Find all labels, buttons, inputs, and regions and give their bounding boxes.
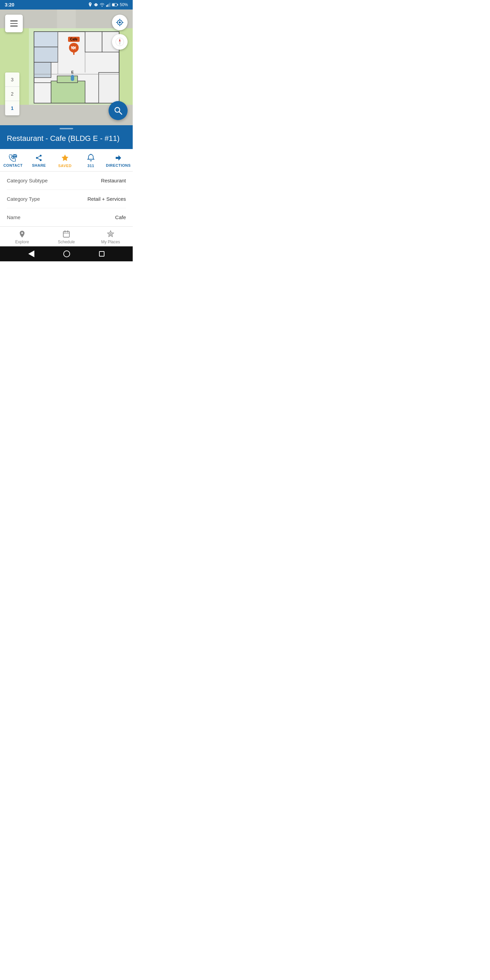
myplaces-label: My Places <box>101 240 120 244</box>
svg-rect-40 <box>63 231 69 237</box>
detail-row: Name Cafe <box>7 208 126 226</box>
battery-percent: 50% <box>120 2 128 7</box>
status-time: 3:20 <box>5 2 14 8</box>
directions-button[interactable]: DIRECTIONS <box>104 149 133 171</box>
elevator-marker: E <box>71 70 74 81</box>
bottom-nav: Explore Schedule My Places <box>0 226 133 247</box>
svg-rect-3 <box>106 5 107 7</box>
schedule-icon <box>62 230 70 238</box>
svg-rect-0 <box>95 3 97 6</box>
cafe-pin-icon: 🍽 <box>68 43 79 55</box>
nav-myplaces[interactable]: My Places <box>89 230 133 244</box>
detail-value: Retail + Services <box>66 196 126 202</box>
star-icon <box>61 154 69 162</box>
svg-point-36 <box>40 159 42 161</box>
svg-rect-2 <box>97 4 98 5</box>
share-icon <box>35 154 43 162</box>
svg-line-37 <box>38 158 40 159</box>
floor-1-button[interactable]: 1 <box>5 101 19 115</box>
floor-plan <box>7 28 123 125</box>
detail-row: Category Type Retail + Services <box>7 190 126 208</box>
svg-rect-8 <box>118 4 118 6</box>
location-title: Restaurant - Cafe (BLDG E - #11) <box>7 134 126 143</box>
cafe-pin[interactable]: Cafe 🍽 <box>68 37 80 55</box>
contact-label: CONTACT <box>3 163 22 167</box>
signal-icon <box>106 3 110 7</box>
detail-key: Category Subtype <box>7 178 66 183</box>
map-area: Cafe 🍽 E 3 2 1 <box>0 10 133 125</box>
directions-icon <box>115 154 122 162</box>
saved-button[interactable]: SAVED <box>52 149 78 171</box>
explore-icon <box>18 230 26 238</box>
nav-schedule[interactable]: Schedule <box>44 230 89 244</box>
android-navbar <box>0 247 133 261</box>
contact-button[interactable]: CONTACT <box>0 149 26 171</box>
schedule-label: Schedule <box>58 240 75 244</box>
detail-key: Category Type <box>7 196 66 202</box>
location-status-icon <box>88 2 92 7</box>
alert-button[interactable]: 311 <box>78 149 104 171</box>
svg-rect-14 <box>51 81 85 103</box>
compass-button[interactable] <box>112 34 127 50</box>
svg-rect-15 <box>57 76 78 83</box>
svg-rect-12 <box>34 47 58 62</box>
svg-rect-6 <box>110 3 110 7</box>
saved-label: SAVED <box>58 164 72 168</box>
battery-icon <box>112 3 118 7</box>
status-icons: 50% <box>88 2 128 7</box>
action-buttons-row: CONTACT SHARE SAVED 311 DIRECTIONS <box>0 149 133 172</box>
menu-button[interactable] <box>5 14 23 32</box>
bell-icon <box>87 154 95 162</box>
details-table: Category Subtype Restaurant Category Typ… <box>0 172 133 226</box>
elevator-label: E <box>71 70 73 74</box>
svg-rect-4 <box>107 5 108 7</box>
svg-text:🍽: 🍽 <box>71 45 76 50</box>
share-label: SHARE <box>32 163 46 167</box>
floor-2-button[interactable]: 2 <box>5 87 19 101</box>
detail-key: Name <box>7 215 66 220</box>
location-panel: Restaurant - Cafe (BLDG E - #11) <box>0 125 133 149</box>
wifi-icon <box>100 3 105 7</box>
svg-point-24 <box>119 21 121 24</box>
svg-rect-20 <box>85 32 102 52</box>
svg-line-38 <box>38 156 40 158</box>
svg-rect-9 <box>112 4 115 6</box>
svg-rect-22 <box>34 83 51 103</box>
panel-drag-handle[interactable] <box>60 128 73 129</box>
floor-3-button[interactable]: 3 <box>5 73 19 87</box>
phone-email-icon <box>8 154 18 162</box>
locate-me-button[interactable] <box>112 14 127 30</box>
svg-rect-16 <box>99 73 119 103</box>
detail-value: Cafe <box>66 215 126 220</box>
hamburger-icon <box>10 21 18 27</box>
svg-rect-5 <box>108 4 109 7</box>
svg-rect-11 <box>34 32 58 47</box>
svg-point-34 <box>40 155 42 157</box>
status-bar: 3:20 50% <box>0 0 133 10</box>
cafe-pin-label: Cafe <box>68 37 80 42</box>
explore-label: Explore <box>15 240 29 244</box>
android-home-button[interactable] <box>63 250 70 257</box>
search-fab-button[interactable] <box>108 101 127 120</box>
elevator-dot <box>71 75 74 81</box>
alert-label: 311 <box>88 164 94 168</box>
crosshair-icon <box>116 18 124 27</box>
directions-label: DIRECTIONS <box>106 163 130 167</box>
nav-explore[interactable]: Explore <box>0 230 44 244</box>
android-recent-button[interactable] <box>99 251 105 256</box>
android-back-button[interactable] <box>28 250 34 257</box>
detail-row: Category Subtype Restaurant <box>7 172 126 190</box>
floor-selector[interactable]: 3 2 1 <box>5 73 19 115</box>
svg-rect-13 <box>34 62 51 78</box>
svg-rect-1 <box>94 4 95 5</box>
vibrate-icon <box>94 2 98 7</box>
compass-icon <box>115 37 124 46</box>
search-icon <box>114 106 123 115</box>
svg-line-32 <box>119 111 122 115</box>
svg-point-35 <box>36 157 38 159</box>
myplaces-icon <box>107 230 115 238</box>
share-button[interactable]: SHARE <box>26 149 52 171</box>
detail-value: Restaurant <box>66 178 126 183</box>
